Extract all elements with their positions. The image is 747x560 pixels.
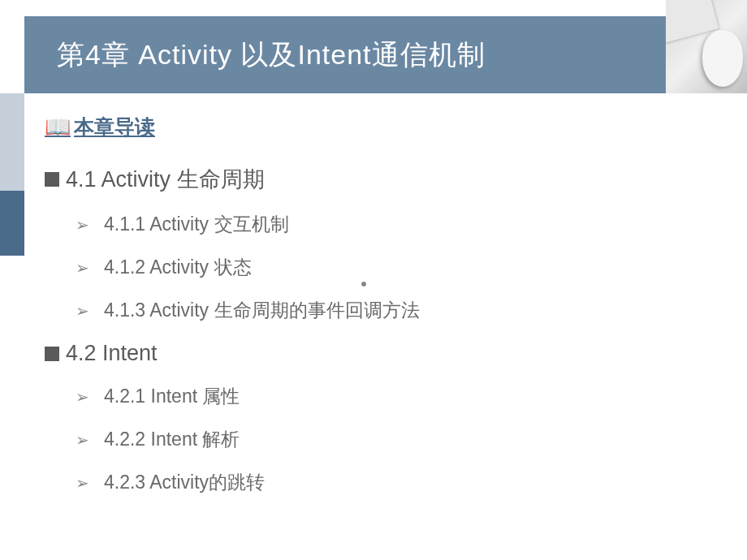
chapter-title: 第4章 Activity 以及Intent通信机制 bbox=[57, 37, 486, 74]
chevron-icon: ➢ bbox=[76, 430, 89, 450]
chevron-icon: ➢ bbox=[76, 387, 89, 407]
chevron-icon: ➢ bbox=[76, 301, 89, 321]
subsection-label: 4.1.2 Activity 状态 bbox=[104, 255, 252, 280]
page-indicator-dot bbox=[361, 282, 366, 286]
mouse-graphic bbox=[702, 30, 743, 87]
square-bullet-icon bbox=[45, 347, 59, 361]
book-icon: 📖 bbox=[45, 114, 71, 140]
section-label: 4.2 Intent bbox=[66, 341, 158, 366]
subsection-label: 4.1.3 Activity 生命周期的事件回调方法 bbox=[104, 298, 420, 323]
content-area: 📖 本章导读 4.1 Activity 生命周期 ➢ 4.1.1 Activit… bbox=[45, 114, 719, 513]
subsection-item: ➢ 4.2.1 Intent 属性 bbox=[76, 384, 719, 409]
guide-heading: 📖 本章导读 bbox=[45, 114, 719, 140]
subsection-label: 4.2.3 Activity的跳转 bbox=[104, 470, 265, 495]
section-heading: 4.2 Intent bbox=[45, 341, 719, 366]
guide-label: 本章导读 bbox=[74, 114, 155, 140]
square-bullet-icon bbox=[45, 172, 59, 187]
section-heading: 4.1 Activity 生命周期 bbox=[45, 165, 719, 194]
corner-decoration bbox=[666, 0, 747, 93]
subsection-label: 4.2.1 Intent 属性 bbox=[104, 384, 240, 409]
subsection-item: ➢ 4.2.2 Intent 解析 bbox=[76, 427, 719, 452]
chapter-title-bar: 第4章 Activity 以及Intent通信机制 bbox=[24, 16, 666, 93]
subsection-item: ➢ 4.1.1 Activity 交互机制 bbox=[76, 212, 719, 237]
chevron-icon: ➢ bbox=[76, 215, 89, 235]
subsection-label: 4.2.2 Intent 解析 bbox=[104, 427, 240, 452]
chevron-icon: ➢ bbox=[76, 473, 89, 493]
section-label: 4.1 Activity 生命周期 bbox=[66, 165, 265, 194]
left-sidebar-decoration bbox=[0, 0, 24, 560]
subsection-label: 4.1.1 Activity 交互机制 bbox=[104, 212, 289, 237]
subsection-item: ➢ 4.1.3 Activity 生命周期的事件回调方法 bbox=[76, 298, 719, 323]
subsection-item: ➢ 4.2.3 Activity的跳转 bbox=[76, 470, 719, 495]
chevron-icon: ➢ bbox=[76, 258, 89, 278]
subsection-item: ➢ 4.1.2 Activity 状态 bbox=[76, 255, 719, 280]
